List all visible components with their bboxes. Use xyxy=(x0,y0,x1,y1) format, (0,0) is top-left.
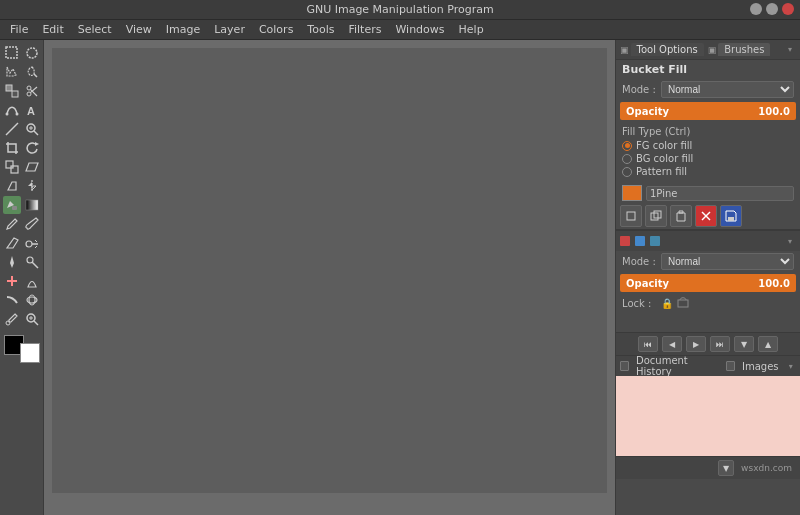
layer-up-btn[interactable]: ▲ xyxy=(758,336,778,352)
rotate-tool[interactable] xyxy=(23,139,41,157)
paste-pattern-btn[interactable] xyxy=(670,205,692,227)
free-select-tool[interactable] xyxy=(3,63,21,81)
zoom-in-tool[interactable] xyxy=(23,310,41,328)
menu-image[interactable]: Image xyxy=(160,21,206,38)
menu-view[interactable]: View xyxy=(120,21,158,38)
color-picker-tool[interactable] xyxy=(3,310,21,328)
images-label: Images xyxy=(742,361,779,372)
shear-tool[interactable] xyxy=(23,158,41,176)
tool-row-11 xyxy=(3,234,41,252)
layer-forward-forward-btn[interactable]: ⏭ xyxy=(710,336,730,352)
fg-color-fill-radio[interactable] xyxy=(622,141,632,151)
layer-forward-btn[interactable]: ▶ xyxy=(686,336,706,352)
layers-opacity-bar[interactable]: Opacity 100.0 xyxy=(620,274,796,292)
canvas[interactable] xyxy=(52,48,607,493)
flip-tool[interactable] xyxy=(23,177,41,195)
main-layout: A xyxy=(0,40,800,515)
svg-point-9 xyxy=(5,113,8,116)
menu-help[interactable]: Help xyxy=(453,21,490,38)
bg-color-fill-row: BG color fill xyxy=(622,153,794,164)
bg-color-fill-radio[interactable] xyxy=(622,154,632,164)
layers-mode-select[interactable]: Normal xyxy=(661,253,794,270)
measure-tool[interactable] xyxy=(3,120,21,138)
menu-tools[interactable]: Tools xyxy=(301,21,340,38)
scissors-select-tool[interactable] xyxy=(23,82,41,100)
brushes-tab[interactable]: Brushes xyxy=(718,43,770,56)
bucket-fill-tool[interactable] xyxy=(3,196,21,214)
close-button[interactable] xyxy=(782,3,794,15)
fuzzy-select-tool[interactable] xyxy=(23,63,41,81)
select-by-color-tool[interactable] xyxy=(3,82,21,100)
save-pattern-btn[interactable] xyxy=(720,205,742,227)
right-panel: ▣ Tool Options ▣ Brushes ▾ Bucket Fill M… xyxy=(615,40,800,515)
paths-tool[interactable] xyxy=(3,101,21,119)
menu-edit[interactable]: Edit xyxy=(36,21,69,38)
tool-row-1 xyxy=(3,44,41,62)
lock-alpha-icon[interactable]: 🔒 xyxy=(661,298,673,309)
layers-section: ▾ Mode : Normal Opacity 100.0 Lock : 🔒 xyxy=(616,230,800,355)
lock-position-icon[interactable] xyxy=(677,296,689,310)
menu-select[interactable]: Select xyxy=(72,21,118,38)
title-bar: GNU Image Manipulation Program xyxy=(0,0,800,20)
tool-row-9 xyxy=(3,196,41,214)
history-panel-collapse[interactable]: ▾ xyxy=(786,360,796,372)
svg-line-2 xyxy=(34,74,37,77)
svg-rect-20 xyxy=(11,166,18,173)
mode-label: Mode : xyxy=(622,84,657,95)
dodge-burn-tool[interactable] xyxy=(23,272,41,290)
mode-select[interactable]: Normal xyxy=(661,81,794,98)
layers-list[interactable] xyxy=(616,312,800,332)
lock-label: Lock : xyxy=(622,298,657,309)
tool-row-13 xyxy=(3,272,41,290)
rectangle-select-tool[interactable] xyxy=(3,44,21,62)
clone-tool[interactable] xyxy=(23,253,41,271)
lock-row: Lock : 🔒 xyxy=(616,294,800,312)
menu-colors[interactable]: Colors xyxy=(253,21,299,38)
menu-windows[interactable]: Windows xyxy=(389,21,450,38)
document-history-tab[interactable]: Document History xyxy=(632,354,719,378)
perspective-tool[interactable] xyxy=(3,177,21,195)
blend-tool[interactable] xyxy=(23,196,41,214)
paintbrush-tool[interactable] xyxy=(23,215,41,233)
menu-file[interactable]: File xyxy=(4,21,34,38)
layer-down-btn[interactable]: ▼ xyxy=(734,336,754,352)
layer-back-btn[interactable]: ◀ xyxy=(662,336,682,352)
eraser-tool[interactable] xyxy=(3,234,21,252)
menu-filters[interactable]: Filters xyxy=(342,21,387,38)
pattern-fill-radio[interactable] xyxy=(622,167,632,177)
text-tool[interactable]: A xyxy=(23,101,41,119)
bucket-fill-title: Bucket Fill xyxy=(616,60,800,79)
tool-options-tab[interactable]: Tool Options xyxy=(631,43,704,56)
svg-line-34 xyxy=(34,321,38,325)
svg-point-32 xyxy=(6,321,10,325)
ellipse-select-tool[interactable] xyxy=(23,44,41,62)
tool-actions xyxy=(616,203,800,229)
menu-layer[interactable]: Layer xyxy=(208,21,251,38)
tool-options-section: ▣ Tool Options ▣ Brushes ▾ Bucket Fill M… xyxy=(616,40,800,230)
scroll-bottom-btn[interactable]: ▼ xyxy=(718,460,734,476)
scale-tool[interactable] xyxy=(3,158,21,176)
layers-panel-collapse[interactable]: ▾ xyxy=(784,235,796,247)
background-color[interactable] xyxy=(20,343,40,363)
svg-rect-4 xyxy=(12,91,18,97)
smudge-tool[interactable] xyxy=(3,291,21,309)
copy-pattern-btn[interactable] xyxy=(645,205,667,227)
panel-collapse-tool-options[interactable]: ▾ xyxy=(784,44,796,56)
new-pattern-btn[interactable] xyxy=(620,205,642,227)
delete-pattern-btn[interactable] xyxy=(695,205,717,227)
images-tab[interactable]: Images xyxy=(738,360,783,373)
heal-tool[interactable] xyxy=(3,272,21,290)
crop-tool[interactable] xyxy=(3,139,21,157)
airbrush-tool[interactable] xyxy=(23,234,41,252)
zoom-tool[interactable] xyxy=(23,120,41,138)
layer-back-back-btn[interactable]: ⏮ xyxy=(638,336,658,352)
pattern-preview-box[interactable] xyxy=(622,185,642,201)
convolve-tool[interactable] xyxy=(23,291,41,309)
tool-row-10 xyxy=(3,215,41,233)
minimize-button[interactable] xyxy=(750,3,762,15)
opacity-bar[interactable]: Opacity 100.0 xyxy=(620,102,796,120)
ink-tool[interactable] xyxy=(3,253,21,271)
pencil-tool[interactable] xyxy=(3,215,21,233)
left-toolbar: A xyxy=(0,40,44,515)
maximize-button[interactable] xyxy=(766,3,778,15)
